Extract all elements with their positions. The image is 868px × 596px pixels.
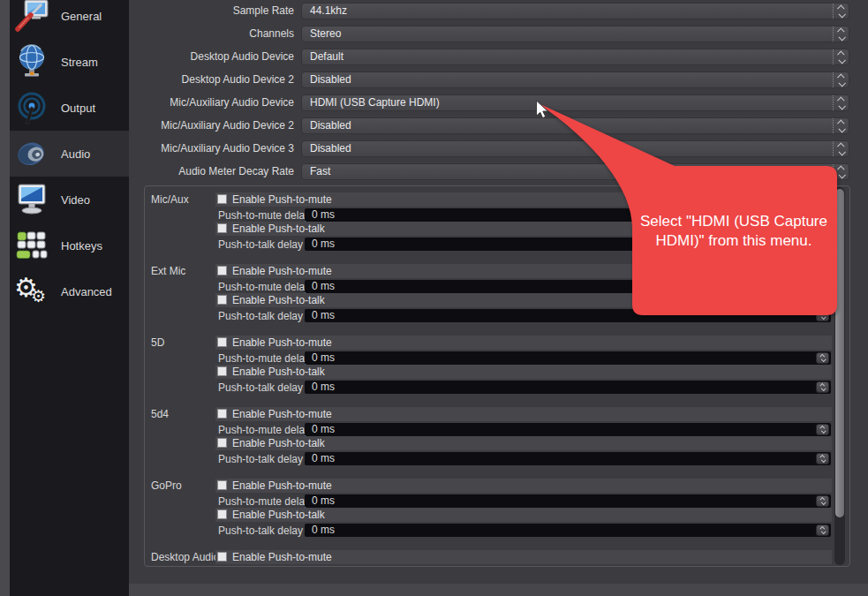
mic-aux-push-to-mute-delay-input[interactable]: 0 ms [305,208,831,222]
5d-push-to-talk-delay-spinner-icon[interactable] [816,381,829,393]
combo-spinner-icon[interactable] [833,26,849,41]
ext-mic-push-to-mute-delay-input[interactable]: 0 ms [305,280,831,293]
mic-aux-enable-push-to-talk-row: Enable Push-to-talk [215,222,832,236]
5d4-enable-push-to-mute-checkbox[interactable] [217,409,227,419]
mic-auxiliary-audio-device-2-select[interactable]: Disabled [301,117,849,134]
gopro-enable-push-to-mute-checkbox[interactable] [217,480,227,490]
mic-aux-push-to-talk-delay-value: 0 ms [312,238,335,251]
5d-push-to-mute-delay-value: 0 ms [312,351,335,365]
5d4-enable-push-to-talk-checkbox[interactable] [217,438,227,448]
mic-aux-push-to-talk-delay-label: Push-to-talk delay [218,238,315,252]
ext-mic-enable-push-to-mute-row: Enable Push-to-mute [215,264,832,278]
gopro-push-to-talk-delay-spinner-icon[interactable] [816,524,829,536]
combo-spinner-icon[interactable] [833,72,849,87]
sidebar-item-advanced[interactable]: ⚙⚙Advanced [10,268,129,314]
ext-mic-push-to-talk-delay-spinner-icon[interactable] [816,310,829,321]
sample-rate-label: Sample Rate [132,3,294,19]
sidebar-item-label: Audio [61,147,90,161]
ext-mic-enable-push-to-talk-checkbox[interactable] [217,295,227,305]
mic-aux-push-to-mute-delay-label: Push-to-mute delay [218,209,315,223]
combo-spinner-icon[interactable] [833,164,849,179]
ext-mic-push-to-mute-delay-value: 0 ms [312,280,335,293]
5d-push-to-mute-delay-input[interactable]: 0 ms [305,351,831,365]
scrollbar-thumb[interactable] [835,189,844,517]
5d-push-to-mute-delay-spinner-icon[interactable] [816,352,829,364]
device-label-ext-mic: Ext Mic [151,264,185,278]
combo-spinner-icon[interactable] [833,118,849,133]
5d4-enable-push-to-mute-row: Enable Push-to-mute [215,407,832,421]
combo-spinner-icon[interactable] [833,141,849,156]
mic-aux-enable-push-to-mute-label: Enable Push-to-mute [232,192,332,207]
dialog-bottom-strip [129,584,868,596]
device-label-gopro: GoPro [151,479,182,493]
gopro-push-to-talk-delay-input[interactable]: 0 ms [305,524,831,537]
5d4-push-to-mute-delay-input[interactable]: 0 ms [305,423,831,436]
desktop-audio-device-label: Desktop Audio Device [132,49,294,65]
mic-auxiliary-audio-device-select[interactable]: HDMI (USB Capture HDMI) [301,94,849,111]
gopro-enable-push-to-talk-label: Enable Push-to-talk [232,508,325,522]
push-to-settings-scrollarea: Mic/AuxEnable Push-to-mutePush-to-mute d… [145,186,833,566]
mic-aux-enable-push-to-talk-checkbox[interactable] [217,223,227,233]
5d-enable-push-to-talk-checkbox[interactable] [217,366,227,376]
gopro-push-to-talk-delay-label: Push-to-talk delay [218,524,315,538]
combo-spinner-icon[interactable] [833,49,849,64]
5d-enable-push-to-mute-label: Enable Push-to-mute [232,336,332,350]
sidebar-item-general[interactable]: General [10,0,129,39]
vertical-scrollbar[interactable] [834,187,845,565]
desktop-audio-device-2-label: Desktop Audio Device 2 [132,72,294,88]
desktop-audio-enable-push-to-mute-checkbox[interactable] [217,552,227,562]
mic-aux-push-to-talk-delay-spinner-icon[interactable] [816,238,829,250]
sidebar-item-label: Hotkeys [61,239,102,253]
desktop-audio-device-select[interactable]: Default [301,49,849,65]
ext-mic-push-to-mute-delay-spinner-icon[interactable] [816,281,829,292]
combo-spinner-icon[interactable] [833,95,849,110]
combo-spinner-icon[interactable] [833,4,849,19]
gopro-push-to-mute-delay-value: 0 ms [312,494,335,508]
video-icon [14,182,49,217]
gopro-enable-push-to-talk-checkbox[interactable] [217,509,227,519]
ext-mic-push-to-talk-delay-value: 0 ms [312,309,335,322]
ext-mic-enable-push-to-talk-row: Enable Push-to-talk [215,293,832,307]
sample-rate-select[interactable]: 44.1khz [301,3,849,19]
5d4-push-to-mute-delay-spinner-icon[interactable] [816,424,829,435]
device-label-5d: 5D [151,336,164,350]
audio-meter-decay-rate-label: Audio Meter Decay Rate [132,163,294,180]
desktop-audio-device-2-select[interactable]: Disabled [301,72,849,88]
sidebar-item-audio[interactable]: Audio [10,131,129,177]
settings-sidebar: General Stream Output Audio Video [10,0,129,596]
mic-aux-push-to-talk-delay-input[interactable]: 0 ms [305,238,831,251]
sidebar-item-stream[interactable]: Stream [10,39,129,85]
ext-mic-enable-push-to-mute-checkbox[interactable] [217,266,227,275]
5d-push-to-talk-delay-input[interactable]: 0 ms [305,381,831,394]
mic-aux-push-to-mute-delay-spinner-icon[interactable] [816,209,829,221]
mic-auxiliary-audio-device-3-select[interactable]: Disabled [301,140,849,157]
5d4-push-to-talk-delay-label: Push-to-talk delay [218,453,315,466]
sidebar-item-video[interactable]: Video [10,177,129,223]
sidebar-item-output[interactable]: Output [10,85,129,131]
gopro-push-to-mute-delay-label: Push-to-mute delay [218,495,315,509]
mic-aux-enable-push-to-mute-checkbox[interactable] [217,194,227,204]
gopro-enable-push-to-mute-row: Enable Push-to-mute [215,479,832,493]
5d4-push-to-talk-delay-spinner-icon[interactable] [816,453,829,464]
5d4-push-to-talk-delay-input[interactable]: 0 ms [305,452,831,465]
output-icon [14,90,49,125]
audio-meter-decay-rate-select[interactable]: Fast [301,163,849,180]
sidebar-item-label: Advanced [61,285,112,298]
ext-mic-push-to-talk-delay-input[interactable]: 0 ms [305,309,831,322]
hotkeys-icon [14,228,49,263]
sidebar-item-label: General [61,10,102,23]
mic-aux-enable-push-to-talk-label: Enable Push-to-talk [232,222,325,236]
gopro-push-to-mute-delay-spinner-icon[interactable] [816,495,829,507]
mic-aux-enable-push-to-mute-row: Enable Push-to-mute [215,192,832,207]
sidebar-item-hotkeys[interactable]: Hotkeys [10,223,129,268]
5d4-push-to-mute-delay-value: 0 ms [312,423,335,436]
channels-select[interactable]: Stereo [301,26,849,42]
5d-enable-push-to-mute-checkbox[interactable] [217,337,227,347]
device-label-mic-aux: Mic/Aux [151,192,189,207]
ext-mic-enable-push-to-talk-label: Enable Push-to-talk [232,293,325,307]
mic-auxiliary-audio-device-2-label: Mic/Auxiliary Audio Device 2 [132,117,294,134]
5d4-push-to-talk-delay-value: 0 ms [312,452,335,465]
5d-enable-push-to-talk-label: Enable Push-to-talk [232,365,325,379]
gopro-push-to-mute-delay-input[interactable]: 0 ms [305,494,831,508]
sidebar-item-label: Stream [61,56,98,69]
